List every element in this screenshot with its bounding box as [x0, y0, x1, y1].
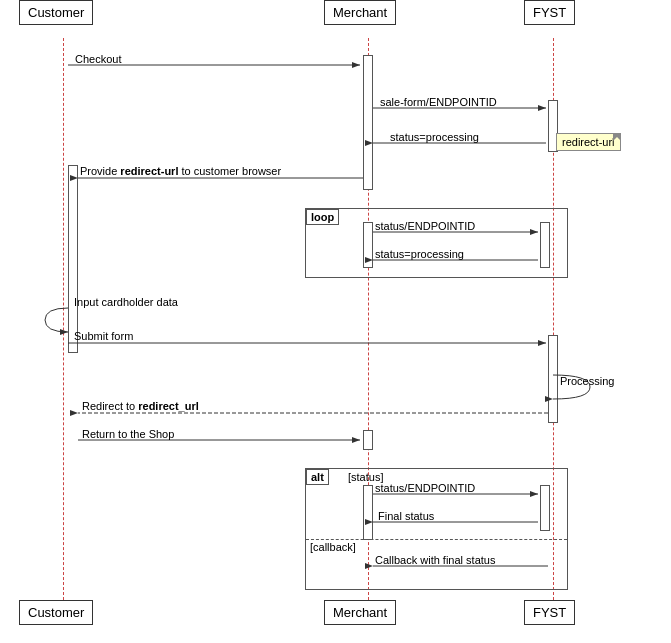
- frame-alt-callback-label: [callback]: [310, 541, 356, 553]
- label-loop-status-processing: status=processing: [375, 248, 464, 260]
- label-processing: Processing: [560, 375, 614, 387]
- label-checkout: Checkout: [75, 53, 121, 65]
- label-alt-status: status/ENDPOINTID: [375, 482, 475, 494]
- label-loop-status: status/ENDPOINTID: [375, 220, 475, 232]
- lifeline-customer: [63, 38, 64, 600]
- frame-loop-label: loop: [306, 209, 339, 225]
- frame-alt-label: alt: [306, 469, 329, 485]
- sequence-diagram: Customer Merchant FYST Customer Merchant…: [0, 0, 671, 643]
- participant-merchant-bottom: Merchant: [324, 600, 396, 625]
- label-submit-form: Submit form: [74, 330, 133, 342]
- label-redirect: Redirect to redirect_url: [82, 400, 199, 412]
- label-input-cardholder: Input cardholder data: [74, 296, 178, 308]
- participant-fyst-bottom: FYST: [524, 600, 575, 625]
- participant-merchant-top: Merchant: [324, 0, 396, 25]
- label-final-status: Final status: [378, 510, 434, 522]
- activation-merchant-1: [363, 55, 373, 190]
- label-return-shop: Return to the Shop: [82, 428, 174, 440]
- activation-fyst-2: [548, 335, 558, 423]
- note-redirect-url: redirect-url: [556, 133, 621, 151]
- participant-fyst-top: FYST: [524, 0, 575, 25]
- label-provide-redirect: Provide redirect-url to customer browser: [80, 165, 281, 177]
- participant-customer-bottom: Customer: [19, 600, 93, 625]
- label-sale-form: sale-form/ENDPOINTID: [380, 96, 497, 108]
- frame-alt-divider: [306, 539, 567, 540]
- activation-merchant-2: [363, 430, 373, 450]
- label-callback: Callback with final status: [375, 554, 495, 566]
- participant-customer-top: Customer: [19, 0, 93, 25]
- activation-customer-1: [68, 165, 78, 353]
- label-status-processing-1: status=processing: [390, 131, 479, 143]
- frame-loop: loop: [305, 208, 568, 278]
